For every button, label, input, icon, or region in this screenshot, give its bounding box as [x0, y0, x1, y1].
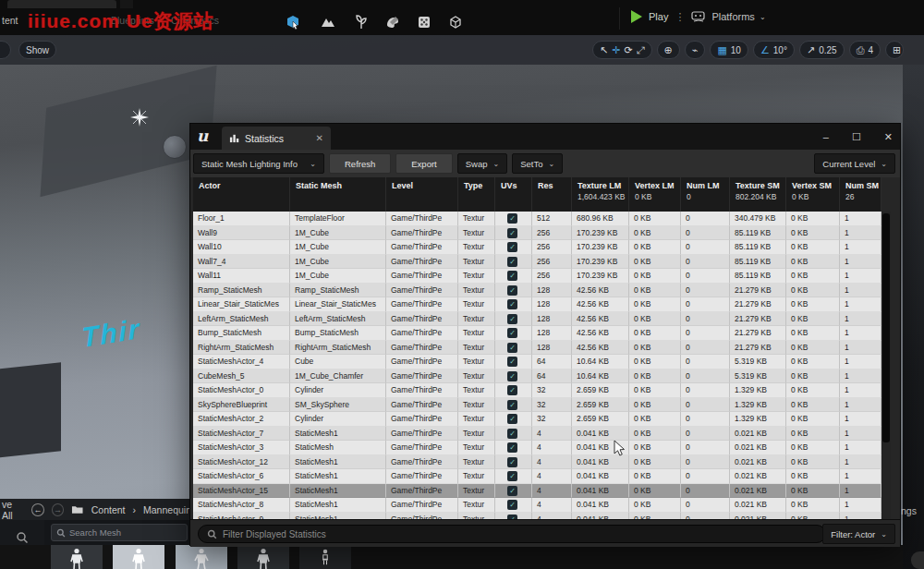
column-header[interactable]: Texture SM802.204 KB	[730, 177, 786, 212]
asset-thumbnail[interactable]	[113, 545, 164, 569]
swap-dropdown[interactable]: Swap⌄	[457, 153, 507, 174]
table-row[interactable]: Ramp_StaticMeshRamp_StaticMeshGame/Third…	[193, 284, 881, 298]
column-header[interactable]: Num LM0	[681, 177, 730, 212]
uvs-checkbox[interactable]: ✓	[495, 369, 532, 384]
table-row[interactable]: Wall101M_CubeGame/ThirdPeTextur✓256170.2…	[193, 240, 881, 255]
table-row[interactable]: Wall111M_CubeGame/ThirdPeTextur✓256170.2…	[193, 269, 881, 284]
search-mesh-input[interactable]: Search Mesh	[51, 524, 188, 541]
column-header[interactable]: Actor	[193, 177, 290, 212]
uvs-checkbox[interactable]: ✓	[495, 498, 532, 513]
filter-type-dropdown[interactable]: Filter: Actor⌄	[822, 524, 895, 544]
uvs-checkbox[interactable]: ✓	[495, 441, 532, 455]
breadcrumb-content[interactable]: Content	[91, 504, 126, 515]
statistics-tab[interactable]: Statistics ✕	[222, 127, 331, 150]
platforms-button[interactable]: Platforms ⌄	[691, 11, 765, 22]
column-header[interactable]: Res	[532, 177, 572, 212]
uvs-checkbox[interactable]: ✓	[495, 455, 532, 470]
search-icon[interactable]	[16, 531, 29, 544]
mesh-paint-mode-icon[interactable]	[383, 12, 403, 32]
column-header[interactable]: Static Mesh	[290, 177, 386, 212]
uvs-checkbox[interactable]: ✓	[495, 341, 532, 356]
close-icon[interactable]: ✕	[884, 131, 893, 143]
play-button[interactable]: Play	[649, 11, 668, 22]
rotate-tool-icon[interactable]: ⟳	[625, 44, 633, 56]
asset-thumbnail[interactable]	[237, 545, 289, 569]
show-button[interactable]: Show	[18, 41, 56, 59]
viewport-mode-pill[interactable]	[0, 41, 11, 59]
table-row[interactable]: Linear_Stair_StaticMesLinear_Stair_Stati…	[193, 297, 881, 312]
play-options-icon[interactable]: ⋮	[675, 11, 685, 23]
fracture-mode-icon[interactable]	[414, 12, 434, 32]
save-all-button[interactable]: ve All	[2, 499, 24, 521]
level-editor-tab[interactable]	[7, 0, 116, 8]
table-row[interactable]: Wall7_41M_CubeGame/ThirdPeTextur✓256170.…	[193, 255, 881, 270]
column-header[interactable]: Num SM26	[840, 177, 881, 212]
column-header[interactable]: Texture LM1,604.423 KB	[572, 177, 629, 212]
table-row[interactable]: CubeMesh_51M_Cube_ChamferGame/ThirdPeTex…	[193, 369, 881, 384]
table-row[interactable]: StaticMeshActor_8StaticMesh1Game/ThirdPe…	[193, 498, 881, 513]
column-header[interactable]: UVs	[495, 177, 532, 212]
table-row[interactable]: StaticMeshActor_15StaticMesh1Game/ThirdP…	[193, 484, 881, 499]
minimize-icon[interactable]: –	[823, 131, 829, 142]
scale-tool-icon[interactable]: ⤢	[637, 44, 645, 56]
camera-speed-button[interactable]: ⎙ 4	[849, 41, 881, 59]
select-tool-icon[interactable]: ↖	[600, 44, 608, 56]
table-row[interactable]: Bump_StaticMeshBump_StaticMeshGame/Third…	[193, 326, 881, 341]
content-button[interactable]: tent	[2, 15, 18, 26]
column-header[interactable]: Type	[458, 177, 495, 212]
uvs-checkbox[interactable]: ✓	[495, 326, 532, 341]
statistics-titlebar[interactable]: u Statistics ✕ – ☐ ✕	[190, 124, 900, 150]
table-row[interactable]: LeftArm_StaticMeshLeftArm_StaticMeshGame…	[193, 312, 881, 327]
export-button[interactable]: Export	[395, 153, 452, 174]
filter-statistics-input[interactable]: Filter Displayed Statistics	[198, 525, 826, 543]
scrollbar-thumb[interactable]	[882, 213, 890, 442]
uvs-checkbox[interactable]: ✓	[495, 269, 532, 284]
table-scrollbar[interactable]	[881, 212, 891, 519]
maximize-icon[interactable]: ☐	[852, 131, 861, 143]
uvs-checkbox[interactable]: ✓	[495, 255, 532, 270]
move-tool-icon[interactable]: ✛	[612, 44, 620, 56]
asset-thumbnail[interactable]	[51, 545, 103, 569]
brush-editing-mode-icon[interactable]	[445, 12, 466, 32]
table-row[interactable]: StaticMeshActor_4CubeGame/ThirdPeTextur✓…	[193, 355, 881, 369]
table-row[interactable]: StaticMeshActor_7StaticMesh1Game/ThirdPe…	[193, 427, 881, 442]
level-scope-dropdown[interactable]: Current Level⌄	[814, 153, 895, 174]
asset-thumbnail[interactable]	[176, 545, 227, 569]
uvs-checkbox[interactable]: ✓	[495, 355, 532, 369]
uvs-checkbox[interactable]: ✓	[495, 240, 532, 255]
setto-dropdown[interactable]: SetTo⌄	[512, 153, 563, 174]
uvs-checkbox[interactable]: ✓	[495, 212, 532, 226]
uvs-checkbox[interactable]: ✓	[495, 226, 532, 241]
refresh-button[interactable]: Refresh	[329, 153, 391, 174]
uvs-checkbox[interactable]: ✓	[495, 383, 532, 398]
column-header[interactable]: Vertex SM0 KB	[786, 177, 840, 212]
table-row[interactable]: StaticMeshActor_6StaticMesh1Game/ThirdPe…	[193, 469, 881, 484]
stats-mode-dropdown[interactable]: Static Mesh Lighting Info ⌄	[193, 153, 324, 174]
table-row[interactable]: SkySphereBlueprintSM_SkySphereGame/Third…	[193, 398, 881, 413]
uvs-checkbox[interactable]: ✓	[495, 427, 532, 442]
asset-thumbnail[interactable]	[299, 545, 351, 569]
uvs-checkbox[interactable]: ✓	[495, 469, 532, 484]
table-row[interactable]: Wall91M_CubeGame/ThirdPeTextur✓256170.23…	[193, 226, 881, 241]
uvs-checkbox[interactable]: ✓	[495, 412, 532, 427]
tab-close-icon[interactable]: ✕	[316, 133, 323, 143]
foliage-mode-icon[interactable]	[351, 12, 371, 32]
forward-icon[interactable]: →	[52, 503, 65, 516]
table-row[interactable]: StaticMeshActor_12StaticMesh1Game/ThirdP…	[193, 455, 881, 470]
table-row[interactable]: StaticMeshActor_0CylinderGame/ThirdPeTex…	[193, 383, 881, 398]
uvs-checkbox[interactable]: ✓	[495, 484, 532, 499]
viewport-layout-button[interactable]: ⊞	[885, 41, 904, 59]
surface-snap-button[interactable]: ⌁	[685, 41, 706, 59]
table-row[interactable]: StaticMeshActor_2CylinderGame/ThirdPeTex…	[193, 412, 881, 427]
column-header[interactable]: Vertex LM0 KB	[629, 177, 681, 212]
column-header[interactable]: Level	[386, 177, 458, 212]
settings-button-cut[interactable]: ngs	[901, 505, 917, 516]
world-coord-button[interactable]: ⊕	[657, 41, 680, 59]
play-icon[interactable]	[631, 10, 642, 23]
table-row[interactable]: RightArm_StaticMeshRightArm_StaticMeshGa…	[193, 341, 881, 356]
uvs-checkbox[interactable]: ✓	[495, 398, 532, 413]
grid-snap-button[interactable]: ▦ 10	[710, 41, 748, 59]
landscape-mode-icon[interactable]	[318, 12, 338, 32]
select-mode-icon[interactable]	[283, 12, 303, 32]
uvs-checkbox[interactable]: ✓	[495, 297, 532, 312]
